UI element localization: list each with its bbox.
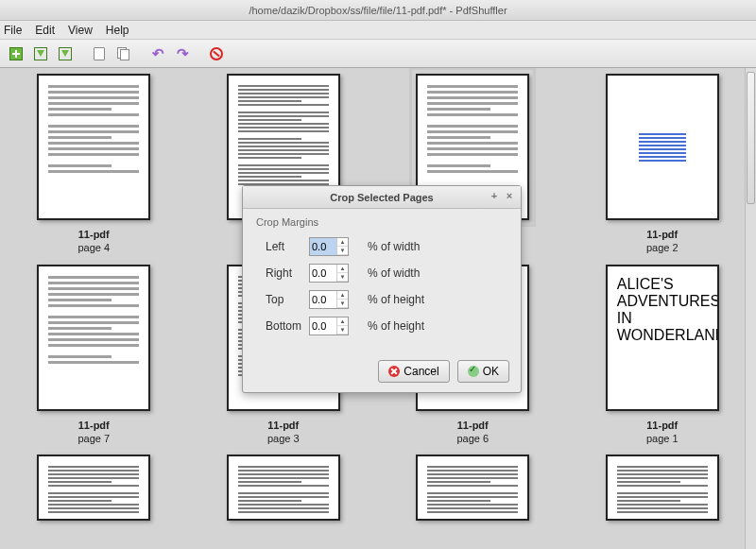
- crop-row-right: Right▲▼% of width: [256, 260, 507, 286]
- duplicate-icon: [117, 47, 130, 60]
- crop-row-bottom: Bottom▲▼% of height: [256, 313, 507, 339]
- page-preview: [227, 455, 340, 521]
- import-icon: [34, 47, 47, 60]
- redo-icon: ↷: [177, 45, 189, 62]
- dialog-close-icon[interactable]: ×: [504, 191, 515, 202]
- page-thumbnail[interactable]: [584, 455, 740, 521]
- dialog-titlebar[interactable]: Crop Selected Pages + ×: [243, 186, 521, 209]
- ok-button[interactable]: OK: [457, 360, 509, 383]
- page-preview: [606, 455, 719, 521]
- toolbar: ↶ ↷: [0, 40, 756, 68]
- import-button[interactable]: [30, 43, 51, 64]
- crop-spinner[interactable]: ▲▼: [309, 264, 349, 283]
- crop-spinner[interactable]: ▲▼: [309, 317, 349, 335]
- page-thumbnail[interactable]: 11-pdfpage 4: [16, 74, 172, 255]
- thumbnail-caption: 11-pdfpage 1: [646, 419, 679, 446]
- dialog-section-label: Crop Margins: [256, 216, 507, 228]
- no-entry-icon: [210, 47, 223, 60]
- page-thumbnail[interactable]: [395, 455, 551, 521]
- redo-button[interactable]: ↷: [172, 43, 193, 64]
- spin-down-icon[interactable]: ▼: [337, 300, 348, 308]
- crop-unit-label: % of width: [368, 266, 420, 280]
- crop-unit-label: % of height: [368, 293, 424, 306]
- thumbnail-caption: 11-pdfpage 3: [267, 419, 300, 446]
- undo-icon: ↶: [152, 45, 164, 62]
- crop-row-top: Top▲▼% of height: [256, 286, 507, 313]
- cancel-label: Cancel: [404, 365, 438, 378]
- scrollbar[interactable]: [745, 68, 756, 549]
- menu-view[interactable]: View: [68, 24, 93, 37]
- menubar: File Edit View Help: [0, 21, 756, 40]
- thumbnail-caption: 11-pdfpage 4: [77, 228, 110, 255]
- page-preview: [37, 74, 150, 220]
- crop-value-input[interactable]: [310, 238, 336, 255]
- page-thumbnail[interactable]: [16, 455, 172, 521]
- crop-value-input[interactable]: [310, 265, 336, 282]
- crop-row-left: Left▲▼% of width: [256, 233, 507, 260]
- ok-check-icon: [468, 366, 479, 377]
- spin-down-icon[interactable]: ▼: [337, 273, 348, 282]
- menu-edit[interactable]: Edit: [35, 24, 55, 37]
- spin-down-icon[interactable]: ▼: [337, 326, 348, 335]
- spin-up-icon[interactable]: ▲: [337, 265, 348, 273]
- page-preview: ALICE'S ADVENTURES IN WONDERLAND: [606, 265, 719, 411]
- thumbnail-caption: 11-pdfpage 7: [77, 419, 110, 446]
- page-thumbnail[interactable]: 11-pdfpage 7: [16, 265, 172, 446]
- page-preview: [606, 74, 719, 220]
- page-thumbnail[interactable]: ALICE'S ADVENTURES IN WONDERLAND11-pdfpa…: [584, 265, 740, 446]
- dialog-expand-icon[interactable]: +: [489, 191, 500, 202]
- page-preview: [416, 455, 529, 521]
- plus-icon: [9, 47, 23, 60]
- crop-value-input[interactable]: [310, 317, 336, 335]
- page-icon: [94, 47, 105, 60]
- spin-up-icon[interactable]: ▲: [337, 291, 348, 300]
- crop-spinner[interactable]: ▲▼: [309, 237, 349, 256]
- page-thumbnail[interactable]: [205, 455, 361, 521]
- page-thumbnail[interactable]: 11-pdfpage 2: [584, 74, 740, 255]
- spin-down-icon[interactable]: ▼: [337, 247, 348, 255]
- window-titlebar: /home/dazik/Dropbox/ss/file/file/11-pdf.…: [0, 0, 756, 21]
- page-preview: [37, 455, 150, 521]
- dialog-title: Crop Selected Pages: [330, 192, 433, 203]
- crop-value-input[interactable]: [310, 291, 336, 308]
- delete-button[interactable]: [206, 43, 227, 64]
- thumbnail-caption: 11-pdfpage 2: [646, 228, 679, 255]
- export-button[interactable]: [55, 43, 76, 64]
- crop-label: Right: [256, 266, 309, 280]
- crop-label: Bottom: [256, 319, 309, 333]
- crop-unit-label: % of width: [368, 240, 420, 253]
- export-icon: [59, 47, 72, 60]
- ok-label: OK: [483, 365, 499, 378]
- crop-dialog: Crop Selected Pages + × Crop Margins Lef…: [242, 185, 522, 393]
- crop-label: Left: [256, 240, 309, 253]
- thumbnail-caption: 11-pdfpage 6: [456, 419, 489, 446]
- menu-help[interactable]: Help: [106, 24, 129, 37]
- menu-file[interactable]: File: [4, 24, 22, 37]
- page-preview: [37, 265, 150, 411]
- cancel-icon: [388, 366, 400, 377]
- crop-label: Top: [256, 293, 309, 306]
- add-button[interactable]: [6, 43, 26, 64]
- cancel-button[interactable]: Cancel: [378, 360, 449, 383]
- scrollbar-handle[interactable]: [747, 72, 755, 204]
- crop-unit-label: % of height: [368, 319, 424, 333]
- undo-button[interactable]: ↶: [147, 43, 168, 64]
- spin-up-icon[interactable]: ▲: [337, 317, 348, 326]
- duplicate-button[interactable]: [113, 43, 134, 64]
- new-page-button[interactable]: [89, 43, 110, 64]
- crop-spinner[interactable]: ▲▼: [309, 290, 349, 309]
- spin-up-icon[interactable]: ▲: [337, 238, 348, 247]
